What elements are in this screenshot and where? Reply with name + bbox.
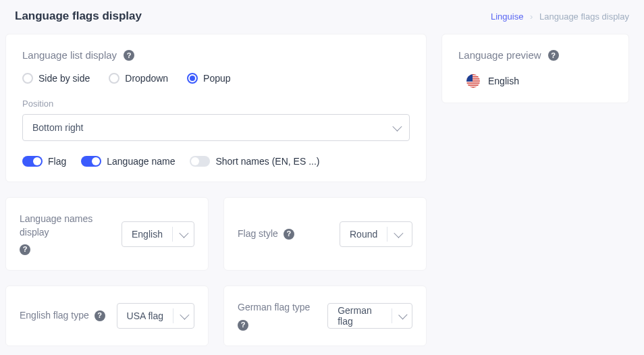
radio-icon [109, 73, 119, 84]
chevron-down-icon [398, 310, 407, 319]
usa-flag-icon [466, 74, 480, 88]
radio-dropdown[interactable]: Dropdown [109, 73, 168, 84]
select-divider [172, 227, 173, 242]
radio-popup[interactable]: Popup [187, 73, 230, 84]
german-flag-label: German flag type [238, 301, 310, 315]
german-flag-type-card: German flag type ? German flag [223, 285, 427, 346]
german-flag-value: German flag [338, 305, 382, 327]
svg-rect-7 [466, 84, 480, 86]
language-list-display-card: Language list display ? Side by side Dro… [5, 34, 427, 182]
chevron-down-icon [392, 122, 402, 132]
radio-icon [22, 73, 33, 84]
radio-icon [187, 73, 198, 84]
toggle-short-names-label: Short names (EN, ES ...) [215, 156, 319, 167]
position-value: Bottom right [32, 122, 83, 133]
english-flag-label: English flag type [20, 309, 89, 323]
svg-rect-8 [466, 86, 480, 88]
svg-rect-2 [466, 74, 480, 76]
select-divider [392, 308, 392, 323]
radio-label: Side by side [38, 73, 90, 84]
english-flag-type-card: English flag type ? USA flag [5, 285, 209, 346]
english-flag-value: USA flag [127, 310, 163, 321]
help-icon[interactable]: ? [238, 320, 248, 331]
flag-style-card: Flag style ? Round [223, 197, 427, 271]
position-select[interactable]: Bottom right [22, 114, 410, 141]
breadcrumb-root-link[interactable]: Linguise [491, 11, 523, 22]
help-icon[interactable]: ? [548, 50, 559, 61]
svg-rect-6 [466, 82, 480, 84]
flag-style-value: Round [350, 229, 377, 240]
breadcrumb-current: Language flags display [539, 11, 629, 22]
help-icon[interactable]: ? [20, 244, 30, 255]
position-label: Position [22, 99, 410, 109]
preview-heading: Language preview [458, 49, 541, 61]
chevron-down-icon [180, 310, 189, 319]
preview-language-label: English [488, 76, 519, 86]
radio-side-by-side[interactable]: Side by side [22, 73, 90, 84]
radio-label: Dropdown [125, 73, 168, 84]
names-display-value: English [132, 229, 163, 240]
language-names-display-card: Language names display ? English [5, 197, 209, 271]
help-icon[interactable]: ? [124, 50, 134, 61]
page-title: Language flags display [15, 9, 142, 23]
list-display-heading: Language list display [22, 49, 117, 61]
toggle-flag-label: Flag [48, 156, 66, 167]
breadcrumb-separator-icon: › [530, 11, 533, 22]
flag-style-label: Flag style [238, 227, 278, 241]
language-preview-card: Language preview ? [441, 34, 629, 103]
names-display-select[interactable]: English [122, 221, 194, 247]
toggle-short-names[interactable] [190, 156, 210, 167]
radio-label: Popup [203, 73, 230, 84]
flag-style-select[interactable]: Round [340, 221, 412, 247]
toggle-language-name-label: Language name [107, 156, 175, 167]
german-flag-select[interactable]: German flag [327, 303, 412, 329]
help-icon[interactable]: ? [284, 229, 294, 240]
select-divider [173, 308, 173, 323]
english-flag-select[interactable]: USA flag [117, 303, 194, 329]
select-divider [387, 227, 387, 242]
names-display-label: Language names display [20, 213, 111, 239]
help-icon[interactable]: ? [95, 310, 105, 321]
chevron-down-icon [179, 228, 188, 238]
svg-rect-9 [466, 74, 473, 82]
breadcrumb: Linguise › Language flags display [491, 11, 629, 22]
display-mode-radio-group: Side by side Dropdown Popup [22, 73, 410, 84]
toggle-flag[interactable] [22, 156, 43, 167]
chevron-down-icon [394, 228, 404, 238]
toggle-language-name[interactable] [81, 156, 101, 167]
